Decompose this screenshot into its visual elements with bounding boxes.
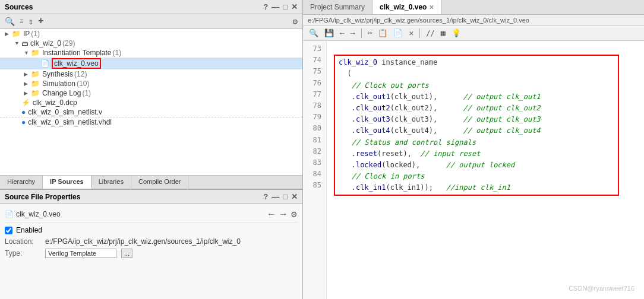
- line-num-84: 84: [308, 168, 321, 180]
- veo-file-icon: 📄: [40, 59, 49, 68]
- editor-redo-icon[interactable]: →: [349, 28, 356, 39]
- sources-tree: ▶ 📁 IP (1) ▼ 🗃 clk_wiz_0 (29) ▼ 📁 Instan…: [0, 29, 302, 175]
- tree-item-inst-template[interactable]: ▼ 📁 Instantiation Template (1): [0, 48, 302, 58]
- clk-wiz-veo-tab-close-icon[interactable]: ✕: [429, 4, 434, 11]
- editor-save-icon[interactable]: 💾: [323, 28, 335, 39]
- tab-ip-sources[interactable]: IP Sources: [43, 176, 91, 189]
- editor-copy-icon[interactable]: 📋: [377, 28, 389, 39]
- prop-settings-icon[interactable]: ⚙: [291, 210, 298, 219]
- code-line-82: .reset(reset), // input reset: [339, 148, 614, 160]
- sim-v-label: clk_wiz_0_sim_netlist.v: [28, 108, 102, 116]
- code-line-77: .clk_out1(clk_out1), // output clk_out1: [339, 91, 614, 103]
- prop-back-icon[interactable]: ←: [267, 209, 276, 220]
- location-value: e:/FPGA/ip_clk_wiz/prj/ip_clk_wiz.gen/so…: [45, 237, 241, 246]
- ip-label: IP: [23, 30, 30, 38]
- code-line-81: // Status and control signals: [339, 137, 614, 148]
- line-numbers: 73 74 75 76 77 78 79 80 81 82 83 84 85: [303, 41, 327, 299]
- tree-item-clk-wiz[interactable]: ▼ 🗃 clk_wiz_0 (29): [0, 39, 302, 48]
- sources-restore-icon[interactable]: □: [283, 2, 288, 11]
- enabled-label: Enabled: [16, 226, 42, 234]
- changelog-arrow-icon: ▶: [24, 90, 31, 96]
- changelog-count: (1): [82, 89, 91, 97]
- type-label: Type:: [5, 249, 40, 257]
- sources-tab-bar: Hierarchy IP Sources Libraries Compile O…: [0, 175, 302, 189]
- inst-template-arrow-icon: ▼: [24, 50, 31, 56]
- code-line-84: // Clock in ports: [339, 171, 614, 182]
- line-num-77: 77: [308, 89, 321, 100]
- veo-label: clk_wiz_0.veo: [52, 58, 101, 69]
- line-num-82: 82: [308, 146, 321, 157]
- tree-item-dcp[interactable]: ⚡ clk_wiz_0.dcp: [0, 98, 302, 107]
- prop-forward-icon[interactable]: →: [279, 209, 288, 220]
- properties-restore-icon[interactable]: □: [283, 192, 288, 201]
- tree-item-simulation[interactable]: ▶ 📁 Simulation (10): [0, 79, 302, 88]
- sim-vhdl-icon: ●: [21, 118, 26, 126]
- line-num-81: 81: [308, 135, 321, 146]
- synthesis-label: Synthesis: [42, 70, 73, 78]
- line-num-85: 85: [308, 180, 321, 191]
- editor-separator-2: [419, 28, 420, 38]
- source-file-properties-panel: Source File Properties ? — □ ✕ 📄 clk_wiz…: [0, 189, 302, 299]
- settings-icon[interactable]: ⚙: [293, 17, 298, 27]
- type-browse-button[interactable]: ...: [121, 249, 132, 258]
- sources-minimize-icon[interactable]: —: [272, 2, 279, 11]
- code-text[interactable]: clk_wiz_0 instance_name ( // Clock out p…: [327, 41, 644, 299]
- type-input[interactable]: [45, 249, 116, 258]
- ip-arrow-icon: ▶: [5, 31, 12, 37]
- inst-template-label: Instantiation Template: [42, 49, 112, 57]
- clk-wiz-label: clk_wiz_0: [30, 39, 61, 47]
- tab-hierarchy[interactable]: Hierarchy: [0, 176, 43, 189]
- editor-grid-icon[interactable]: ▦: [440, 28, 447, 39]
- tab-libraries[interactable]: Libraries: [91, 176, 131, 189]
- search-icon[interactable]: 🔍: [5, 17, 15, 27]
- prop-filename-label: clk_wiz_0.veo: [16, 210, 61, 218]
- properties-title: Source File Properties: [5, 193, 80, 201]
- properties-help-icon[interactable]: ?: [263, 192, 268, 201]
- editor-delete-icon[interactable]: ✕: [408, 28, 415, 39]
- line-num-79: 79: [308, 112, 321, 123]
- tab-clk-wiz-veo[interactable]: clk_wiz_0.veo ✕: [372, 0, 441, 14]
- collapse-all-icon[interactable]: ≡: [20, 18, 24, 25]
- right-panel: Project Summary clk_wiz_0.veo ✕ e:/FPGA/…: [303, 0, 644, 299]
- project-summary-tab-label: Project Summary: [310, 3, 365, 11]
- tree-item-clk-wiz-veo[interactable]: 📄 clk_wiz_0.veo: [0, 58, 302, 69]
- tab-project-summary[interactable]: Project Summary: [303, 0, 372, 14]
- left-panel: Sources ? — □ ✕ 🔍 ≡ ⇕ + ⚙ ▶ 📁 IP: [0, 0, 303, 299]
- editor-hint-icon[interactable]: 💡: [450, 28, 462, 39]
- editor-toolbar: 🔍 💾 ← → ✂ 📋 📄 ✕ // ▦ 💡: [303, 26, 644, 41]
- editor-undo-icon[interactable]: ←: [339, 28, 346, 39]
- sources-help-icon[interactable]: ?: [263, 2, 268, 11]
- sources-header: Sources ? — □ ✕: [0, 0, 302, 14]
- editor-cut-icon[interactable]: ✂: [367, 28, 374, 39]
- clk-wiz-arrow-icon: ▼: [14, 40, 21, 46]
- simulation-folder-icon: 📁: [31, 79, 40, 88]
- editor-comment-icon[interactable]: //: [425, 28, 435, 38]
- tree-item-changelog[interactable]: ▶ 📁 Change Log (1): [0, 88, 302, 98]
- dcp-label: clk_wiz_0.dcp: [33, 98, 77, 107]
- tree-item-sim-netlist-v[interactable]: ● clk_wiz_0_sim_netlist.v: [0, 107, 302, 117]
- ip-count: (1): [31, 30, 40, 38]
- inst-template-count: (1): [113, 49, 122, 57]
- enabled-row: Enabled: [5, 226, 298, 234]
- properties-minimize-icon[interactable]: —: [272, 192, 279, 201]
- tree-item-synthesis[interactable]: ▶ 📁 Synthesis (12): [0, 69, 302, 79]
- synthesis-arrow-icon: ▶: [24, 71, 31, 77]
- properties-close-icon[interactable]: ✕: [291, 192, 298, 201]
- sim-vhdl-label: clk_wiz_0_sim_netlist.vhdl: [28, 118, 112, 126]
- editor-search-icon[interactable]: 🔍: [308, 28, 320, 39]
- sources-close-icon[interactable]: ✕: [291, 2, 298, 11]
- tree-item-ip[interactable]: ▶ 📁 IP (1): [0, 29, 302, 39]
- editor-paste-icon[interactable]: 📄: [392, 28, 404, 39]
- code-line-78: .clk_out2(clk_out2), // output clk_out2: [339, 103, 614, 114]
- code-line-73: [334, 43, 637, 55]
- line-num-78: 78: [308, 100, 321, 112]
- expand-collapse-icon[interactable]: ⇕: [29, 17, 33, 27]
- code-editor: 73 74 75 76 77 78 79 80 81 82 83 84 85 c…: [303, 41, 644, 299]
- add-sources-icon[interactable]: +: [38, 16, 44, 27]
- tab-compile-order[interactable]: Compile Order: [131, 176, 189, 189]
- enabled-checkbox[interactable]: [5, 227, 12, 234]
- synthesis-count: (12): [74, 70, 87, 78]
- location-label: Location:: [5, 237, 40, 246]
- properties-content: 📄 clk_wiz_0.veo ← → ⚙ Enabled Location: …: [0, 204, 302, 299]
- tree-item-sim-netlist-vhdl[interactable]: ● clk_wiz_0_sim_netlist.vhdl: [0, 117, 302, 127]
